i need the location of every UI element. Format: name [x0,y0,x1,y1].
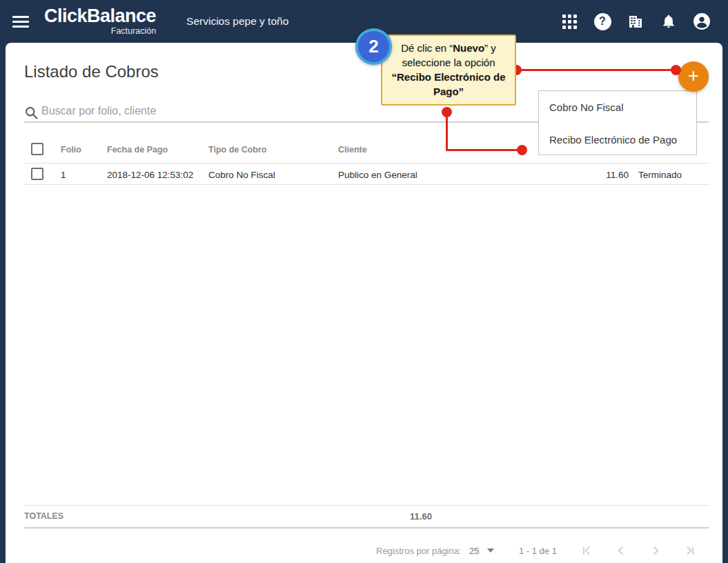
hamburger-menu-icon[interactable] [12,13,29,30]
menu-item-recibo-electronico[interactable]: Recibo Electrónico de Pago [539,124,696,156]
totals-value: 11.60 [386,511,455,522]
first-page-button[interactable] [578,542,595,559]
new-button[interactable]: + [678,61,709,92]
table-row-divider [24,184,709,185]
callout-bold-nuevo: Nuevo [453,42,484,54]
chevron-down-icon [487,549,494,553]
company-building-icon[interactable] [627,12,645,30]
help-icon[interactable]: ? [593,12,611,30]
cell-folio: 1 [61,170,66,180]
table-header-divider [24,163,709,164]
new-options-menu: Cobro No Fiscal Recibo Electrónico de Pa… [538,90,697,155]
select-all-checkbox[interactable] [31,143,43,155]
page-title: Listado de Cobros [24,62,159,81]
connector-dot [517,145,527,155]
column-header-fecha[interactable]: Fecha de Pago [107,145,168,155]
callout-text: Dé clic en “ [401,42,453,54]
menu-item-cobro-no-fiscal[interactable]: Cobro No Fiscal [539,91,696,124]
page-range: 1 - 1 de 1 [519,542,557,559]
app-logo: ClickBalance Facturación [44,7,156,36]
company-name: Servicios pepe y toño [186,15,288,28]
help-glyph: ? [599,15,606,28]
connector-line-to-fab [516,69,677,71]
app-window: ClickBalance Facturación Servicios pepe … [0,0,728,563]
page-size-select[interactable]: 25 [469,542,494,559]
totals-bottom-divider [24,527,709,529]
page-size-label: Registros por página: [376,546,462,556]
cell-tipo: Cobro No Fiscal [208,170,275,180]
cell-cliente: Publico en General [338,170,417,180]
connector-line-horizontal [446,149,523,151]
previous-page-button[interactable] [613,542,629,559]
connector-line-vertical [446,112,448,151]
connector-dot [671,65,681,75]
callout-bold-recibo: “Recibo Electrónico de Pago” [391,71,505,97]
logo-subtitle: Facturación [44,26,156,36]
last-page-button[interactable] [682,542,698,559]
tutorial-callout: Dé clic en “Nuevo” y seleccione la opció… [381,34,516,106]
connector-dot [442,107,452,117]
row-checkbox[interactable] [31,168,43,180]
cell-fecha: 2018-12-06 12:53:02 [107,170,193,180]
page-size-value: 25 [469,546,479,556]
step-number-badge: 2 [355,28,392,65]
search-icon [24,106,39,120]
cell-total: 11.60 [551,170,629,180]
notifications-bell-icon[interactable] [660,12,678,30]
column-header-tipo[interactable]: Tipo de Cobro [208,145,267,155]
account-icon[interactable] [693,12,711,30]
logo-text: ClickBalance [44,7,156,26]
apps-grid-icon[interactable] [560,12,578,30]
column-header-cliente[interactable]: Cliente [338,145,367,155]
totals-top-divider [24,505,709,506]
cell-estatus: Terminado [638,170,682,180]
page-size-label-wrap: Registros por página: [376,542,462,559]
next-page-button[interactable] [647,542,664,559]
column-header-folio[interactable]: Folio [61,145,81,155]
totals-label: TOTALES [24,511,63,521]
